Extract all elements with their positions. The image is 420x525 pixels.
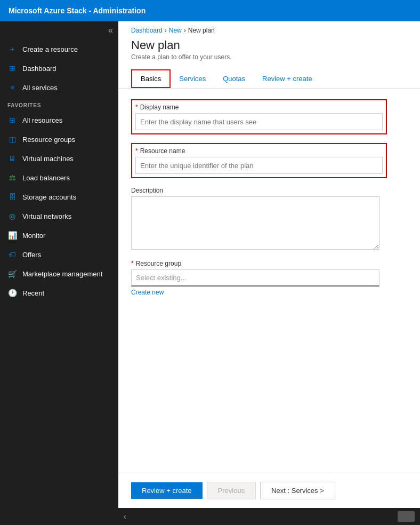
- sidebar-item-monitor[interactable]: 📊 Monitor: [0, 226, 118, 245]
- sidebar-item-label: Load balancers: [22, 174, 70, 182]
- sidebar-item-label: Storage accounts: [22, 193, 76, 201]
- previous-button: Previous: [207, 482, 256, 499]
- sidebar-item-label: Dashboard: [22, 65, 56, 73]
- description-input[interactable]: [131, 196, 379, 250]
- favorites-section-label: FAVORITES: [0, 97, 118, 110]
- sidebar-item-label: Create a resource: [22, 45, 78, 53]
- tab-basics[interactable]: Basics: [131, 69, 171, 88]
- page-subtitle: Create a plan to offer to your users.: [131, 53, 407, 61]
- sidebar-item-label: Virtual networks: [22, 212, 71, 220]
- offers-icon: 🏷: [7, 250, 17, 259]
- resource-name-input[interactable]: [135, 157, 383, 174]
- create-resource-icon: +: [7, 44, 17, 54]
- page-title: New plan: [131, 38, 407, 52]
- sidebar-item-virtual-machines[interactable]: 🖥 Virtual machines: [0, 149, 118, 168]
- virtual-networks-icon: ◎: [7, 211, 17, 221]
- marketplace-icon: 🛒: [7, 269, 17, 279]
- resource-name-label-text: Resource name: [140, 147, 185, 155]
- title-bar-text: Microsoft Azure Stack - Administration: [9, 6, 146, 15]
- resource-group-required: *: [131, 260, 134, 267]
- virtual-machines-icon: 🖥: [7, 154, 17, 163]
- tabs-bar: Basics Services Quotas Review + create: [118, 69, 420, 89]
- breadcrumb-sep2: ›: [184, 27, 186, 34]
- sidebar: « + Create a resource ⊞ Dashboard ≡ All …: [0, 21, 118, 525]
- breadcrumb-current: New plan: [188, 27, 215, 34]
- collapse-icon: «: [108, 26, 113, 35]
- sidebar-item-label: Monitor: [22, 232, 45, 240]
- form-content: * Display name * Resource name Descripti…: [118, 89, 420, 473]
- dashboard-icon: ⊞: [7, 63, 17, 73]
- resource-group-label-text: Resource group: [136, 260, 181, 267]
- scrollbar[interactable]: [398, 511, 415, 522]
- resource-name-label: * Resource name: [135, 147, 383, 155]
- sidebar-item-label: All services: [22, 84, 58, 92]
- description-label-text: Description: [131, 187, 163, 194]
- resource-name-required: *: [135, 147, 138, 155]
- main-content: Dashboard › New › New plan New plan Crea…: [118, 21, 420, 525]
- description-group: Description: [131, 187, 407, 251]
- page-header: New plan Create a plan to offer to your …: [118, 34, 420, 69]
- load-balancers-icon: ⚖: [7, 173, 17, 182]
- sidebar-item-label: Marketplace management: [22, 270, 102, 278]
- description-label: Description: [131, 187, 407, 194]
- tab-quotas[interactable]: Quotas: [214, 69, 254, 88]
- resource-group-group: * Resource group Select existing... Crea…: [131, 260, 407, 296]
- storage-accounts-icon: 🗄: [7, 192, 17, 202]
- resource-groups-icon: ◫: [7, 134, 17, 144]
- sidebar-item-label: All resources: [22, 116, 62, 124]
- sidebar-item-dashboard[interactable]: ⊞ Dashboard: [0, 59, 118, 78]
- sidebar-item-marketplace-management[interactable]: 🛒 Marketplace management: [0, 264, 118, 283]
- next-services-button[interactable]: Next : Services >: [260, 482, 335, 499]
- breadcrumb: Dashboard › New › New plan: [118, 21, 420, 34]
- all-resources-icon: ⊞: [7, 115, 17, 125]
- display-name-label: * Display name: [135, 104, 383, 111]
- display-name-required: *: [135, 104, 138, 111]
- bottom-bar: Review + create Previous Next : Services…: [118, 473, 420, 508]
- breadcrumb-sep1: ›: [165, 27, 167, 34]
- breadcrumb-dashboard[interactable]: Dashboard: [131, 27, 163, 34]
- display-name-input[interactable]: [135, 113, 383, 130]
- sidebar-item-virtual-networks[interactable]: ◎ Virtual networks: [0, 206, 118, 226]
- sidebar-item-all-services[interactable]: ≡ All services: [0, 78, 118, 97]
- sidebar-item-resource-groups[interactable]: ◫ Resource groups: [0, 130, 118, 149]
- sidebar-item-label: Offers: [22, 251, 41, 259]
- display-name-label-text: Display name: [140, 104, 179, 111]
- sidebar-collapse-button[interactable]: «: [0, 21, 118, 39]
- all-services-icon: ≡: [7, 83, 17, 92]
- sidebar-item-all-resources[interactable]: ⊞ All resources: [0, 110, 118, 130]
- create-new-link[interactable]: Create new: [131, 289, 164, 296]
- sidebar-item-offers[interactable]: 🏷 Offers: [0, 245, 118, 264]
- monitor-icon: 📊: [7, 230, 17, 240]
- bottom-nav-bar: ‹: [118, 508, 420, 525]
- resource-group-select[interactable]: Select existing...: [131, 269, 379, 287]
- sidebar-item-label: Resource groups: [22, 136, 75, 144]
- review-create-button[interactable]: Review + create: [131, 482, 203, 499]
- breadcrumb-new[interactable]: New: [169, 27, 182, 34]
- sidebar-item-label: Recent: [22, 289, 44, 297]
- display-name-group: * Display name: [131, 99, 387, 134]
- sidebar-item-load-balancers[interactable]: ⚖ Load balancers: [0, 168, 118, 187]
- tab-services[interactable]: Services: [171, 69, 214, 88]
- resource-name-group: * Resource name: [131, 143, 387, 178]
- sidebar-item-recent[interactable]: 🕐 Recent: [0, 283, 118, 303]
- resource-group-label: * Resource group: [131, 260, 407, 267]
- sidebar-item-label: Virtual machines: [22, 155, 74, 163]
- recent-icon: 🕐: [7, 288, 17, 298]
- sidebar-item-create-resource[interactable]: + Create a resource: [0, 39, 118, 59]
- sidebar-item-storage-accounts[interactable]: 🗄 Storage accounts: [0, 187, 118, 206]
- bottom-nav-chevron-icon[interactable]: ‹: [124, 512, 126, 521]
- title-bar: Microsoft Azure Stack - Administration: [0, 0, 420, 21]
- tab-review-create[interactable]: Review + create: [254, 69, 321, 88]
